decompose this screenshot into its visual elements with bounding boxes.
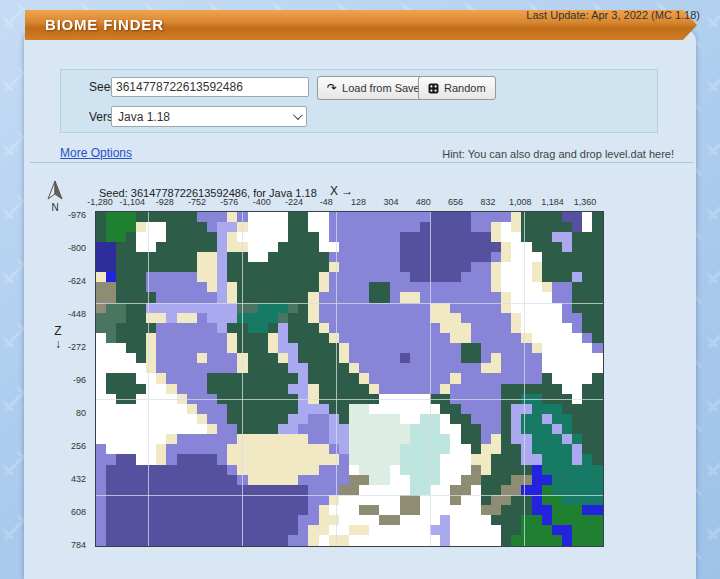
x-tick: 480 — [416, 197, 431, 207]
drag-drop-hint: Hint: You can also drag and drop level.d… — [442, 148, 674, 160]
x-tick: -400 — [253, 197, 271, 207]
x-tick: -1,280 — [87, 197, 113, 207]
version-select[interactable]: Java 1.18 — [111, 106, 307, 127]
x-tick: -576 — [220, 197, 238, 207]
x-tick: 304 — [383, 197, 398, 207]
compass-north-arrow-icon — [45, 180, 65, 200]
z-tick: -448 — [68, 309, 86, 319]
load-arrow-icon: ↷ — [327, 82, 337, 94]
x-tick: 1,184 — [541, 197, 564, 207]
x-tick: 1,360 — [574, 197, 597, 207]
x-tick: -48 — [320, 197, 333, 207]
last-update-text: Last Update: Apr 3, 2022 (MC 1.18) — [526, 9, 700, 21]
x-tick: 832 — [480, 197, 495, 207]
z-tick: -624 — [68, 276, 86, 286]
z-tick: -800 — [68, 243, 86, 253]
more-options-link[interactable]: More Options — [60, 146, 132, 160]
x-tick: 128 — [351, 197, 366, 207]
z-tick: -976 — [68, 210, 86, 220]
section-divider — [30, 162, 693, 163]
x-tick: -928 — [156, 197, 174, 207]
compass: N — [44, 180, 66, 213]
x-tick: -224 — [285, 197, 303, 207]
z-tick: -272 — [68, 342, 86, 352]
seed-form-panel: Seed: ↷ Load from Save... Random Version… — [60, 69, 658, 133]
random-label: Random — [444, 82, 486, 94]
version-selected-value: Java 1.18 — [118, 110, 170, 124]
load-from-save-label: Load from Save... — [342, 82, 429, 94]
x-tick: 656 — [448, 197, 463, 207]
z-tick: -96 — [73, 375, 86, 385]
x-tick: -1,104 — [120, 197, 146, 207]
random-button[interactable]: Random — [418, 76, 496, 100]
z-tick: 432 — [71, 474, 86, 484]
biome-map-canvas[interactable] — [96, 212, 603, 546]
z-axis-ticks: -976-800-624-448-272-9680256432608784 — [52, 211, 90, 545]
z-tick: 80 — [76, 408, 86, 418]
x-tick: -752 — [188, 197, 206, 207]
z-tick: 256 — [71, 441, 86, 451]
x-axis-label: X → — [330, 184, 353, 198]
x-tick: 1,008 — [509, 197, 532, 207]
biome-map[interactable] — [95, 211, 604, 547]
dice-icon — [428, 83, 439, 94]
chevron-down-icon — [293, 110, 303, 120]
z-tick: 608 — [71, 507, 86, 517]
x-axis-ticks: -1,280-1,104-928-752-576-400-224-4812830… — [95, 197, 602, 209]
z-tick: 784 — [71, 540, 86, 550]
seed-input[interactable] — [111, 77, 309, 97]
